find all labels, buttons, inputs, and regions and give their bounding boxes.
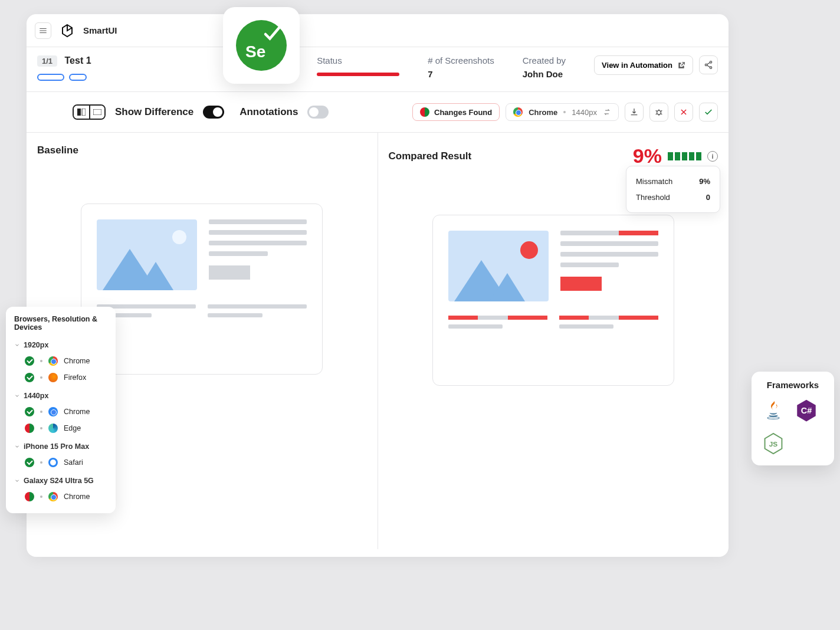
- close-icon: [680, 108, 688, 116]
- browser-name: Edge: [64, 424, 81, 432]
- annotations-toggle[interactable]: [307, 106, 329, 119]
- info-icon[interactable]: i: [707, 151, 718, 162]
- svg-text:C#: C#: [801, 406, 812, 415]
- mismatch-percent: 9%: [633, 145, 662, 168]
- safari-icon: [48, 458, 58, 467]
- chevron-down-icon: [14, 342, 20, 348]
- device-group-iphone[interactable]: iPhone 15 Pro Max: [12, 439, 110, 454]
- mismatch-label: Missmatch: [636, 177, 672, 186]
- screenshots-meta: # of Screenshots 7: [428, 55, 494, 79]
- status-label: Status: [317, 55, 399, 65]
- bug-button[interactable]: [649, 103, 668, 122]
- view-in-automation-button[interactable]: View in Automation: [594, 55, 693, 75]
- external-link-icon: [677, 61, 685, 70]
- chrome-icon: [513, 107, 523, 117]
- chevron-down-icon: [14, 444, 20, 449]
- status-bar: [317, 73, 399, 76]
- approve-button[interactable]: [699, 103, 718, 122]
- resolution-group-1920[interactable]: 1920px: [12, 337, 110, 353]
- browser-name: Firefox: [64, 373, 86, 382]
- toolbar: Show Difference Annotations Changes Foun…: [27, 92, 729, 133]
- changes-found-label: Changes Found: [434, 108, 492, 117]
- browser-item[interactable]: Edge: [12, 420, 110, 437]
- browser-item[interactable]: Firefox: [12, 369, 110, 386]
- compare-area: Baseline Compared R: [27, 133, 729, 549]
- chrome-icon: [48, 492, 58, 501]
- bug-icon: [654, 107, 664, 117]
- test-name: Test 1: [65, 55, 91, 65]
- created-by-meta: Created by John Doe: [523, 55, 566, 79]
- chrome-icon: [48, 407, 58, 416]
- resolution-group-1440[interactable]: 1440px: [12, 388, 110, 403]
- compared-pane: Compared Result 9% i Missmatch 9% Thresh…: [378, 133, 729, 549]
- svg-rect-4: [82, 109, 86, 116]
- group-label: 1440px: [24, 392, 48, 400]
- app-logo-icon: [60, 23, 75, 38]
- status-diff-icon: [25, 492, 34, 501]
- single-view-icon: [89, 106, 104, 119]
- hamburger-icon: [39, 27, 47, 35]
- show-difference-toggle[interactable]: [203, 106, 224, 119]
- browser-item[interactable]: Chrome: [12, 353, 110, 369]
- annotations-label: Annotations: [239, 106, 298, 118]
- status-diff-icon: [25, 424, 34, 433]
- browsers-panel: Browsers, Resolution & Devices 1920px Ch…: [6, 307, 116, 513]
- group-label: Galaxy S24 Ultra 5G: [24, 477, 94, 485]
- nodejs-icon: JS: [760, 430, 787, 457]
- app-title: SmartUI: [83, 25, 117, 35]
- chevron-down-icon: [14, 393, 20, 399]
- browser-resolution-pill[interactable]: Chrome 1440px: [506, 103, 619, 121]
- changes-found-pill[interactable]: Changes Found: [412, 103, 500, 121]
- progress-pills: [37, 74, 91, 81]
- diff-status-icon: [420, 107, 429, 117]
- svg-point-6: [657, 110, 661, 114]
- threshold-value: 0: [706, 193, 710, 202]
- device-group-galaxy[interactable]: Galaxy S24 Ultra 5G: [12, 473, 110, 488]
- status-ok-icon: [25, 407, 34, 416]
- compared-image-placeholder: [448, 231, 549, 301]
- java-icon: [760, 397, 787, 424]
- compared-preview: [432, 215, 674, 386]
- show-difference-label: Show Difference: [115, 106, 193, 118]
- download-button[interactable]: [625, 103, 644, 122]
- csharp-icon: C#: [793, 397, 820, 424]
- group-label: 1920px: [24, 341, 48, 349]
- browser-name: Safari: [64, 458, 83, 467]
- test-counter: 1/1: [37, 55, 57, 67]
- browser-label: Chrome: [529, 108, 557, 117]
- threshold-label: Threshold: [636, 193, 670, 202]
- created-by-label: Created by: [523, 55, 566, 65]
- reject-button[interactable]: [674, 103, 693, 122]
- selenium-icon: Se: [236, 20, 287, 71]
- browser-item[interactable]: Chrome: [12, 488, 110, 505]
- chrome-icon: [48, 356, 58, 366]
- menu-button[interactable]: [35, 22, 51, 39]
- swap-icon: [603, 108, 611, 116]
- chevron-down-icon: [14, 478, 20, 484]
- view-mode-toggle[interactable]: [73, 104, 106, 120]
- baseline-preview: [81, 204, 323, 375]
- edge-icon: [48, 424, 58, 433]
- status-meta: Status: [317, 55, 399, 76]
- browser-item[interactable]: Chrome: [12, 403, 110, 420]
- share-button[interactable]: [699, 55, 718, 74]
- status-ok-icon: [25, 356, 34, 366]
- svg-text:JS: JS: [769, 440, 778, 448]
- mismatch-tooltip: Missmatch 9% Threshold 0: [626, 166, 720, 213]
- browsers-panel-title: Browsers, Resolution & Devices: [12, 315, 110, 332]
- check-icon: [704, 107, 713, 117]
- browser-name: Chrome: [64, 357, 90, 365]
- browser-item[interactable]: Safari: [12, 454, 110, 471]
- share-icon: [704, 60, 713, 70]
- split-view-icon: [74, 106, 89, 119]
- test-header: 1/1 Test 1 Status # of Screenshots 7 Cre…: [27, 47, 729, 92]
- app-window: SmartUI 1/1 Test 1 Status # of Screensho…: [27, 14, 729, 557]
- status-ok-icon: [25, 373, 34, 382]
- baseline-image-placeholder: [97, 219, 197, 290]
- compared-title: Compared Result: [389, 150, 472, 162]
- svg-rect-5: [93, 109, 101, 115]
- browser-name: Chrome: [64, 493, 90, 501]
- frameworks-title: Frameworks: [760, 380, 826, 390]
- frameworks-panel: Frameworks C# JS: [752, 372, 834, 465]
- screenshots-label: # of Screenshots: [428, 55, 494, 65]
